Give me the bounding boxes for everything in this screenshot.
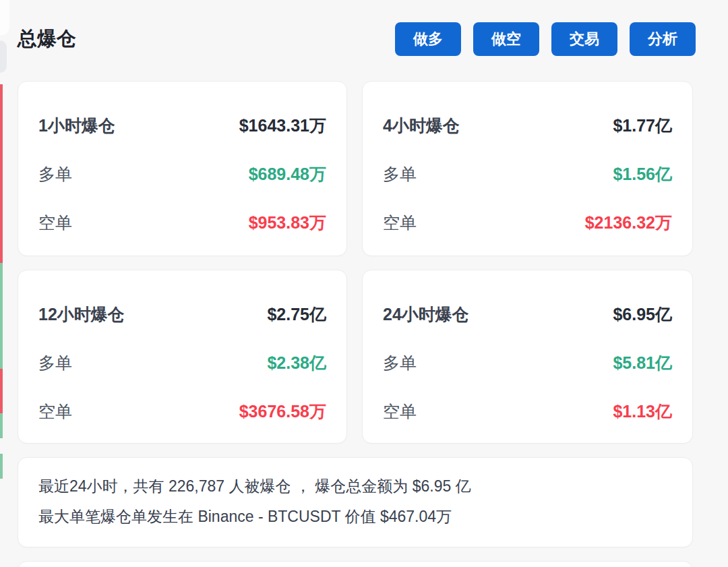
short-value: $953.83万 — [249, 212, 326, 234]
short-value: $2136.32万 — [585, 212, 672, 234]
short-label: 空单 — [383, 400, 417, 423]
long-value: $2.38亿 — [267, 352, 326, 374]
trade-button[interactable]: 交易 — [551, 22, 617, 56]
long-label: 多单 — [38, 163, 72, 185]
feed-row-edge — [0, 84, 3, 263]
short-label: 空单 — [38, 400, 72, 423]
feed-row-edge — [0, 263, 3, 369]
total-value: $1643.31万 — [239, 115, 326, 137]
summary-line-1: 最近24小时，共有 226,787 人被爆仓 ， 爆仓总金额为 $6.95 亿 — [38, 471, 672, 502]
short-label: 空单 — [38, 212, 72, 234]
page-header: 总爆仓 做多 做空 交易 分析 — [18, 22, 696, 56]
summary-card: 最近24小时，共有 226,787 人被爆仓 ， 爆仓总金额为 $6.95 亿 … — [18, 457, 693, 547]
long-value: $689.48万 — [249, 163, 326, 185]
feed-row-edge — [0, 369, 3, 413]
card-title: 4小时爆仓 — [383, 115, 460, 137]
long-label: 多单 — [383, 352, 417, 374]
long-label: 多单 — [38, 352, 72, 374]
short-value: $3676.58万 — [239, 400, 326, 423]
short-value: $1.13亿 — [613, 400, 672, 423]
action-buttons: 做多 做空 交易 分析 — [395, 22, 696, 56]
long-button[interactable]: 做多 — [395, 22, 461, 56]
adjacent-panel-corner — [0, 0, 9, 35]
long-label: 多单 — [383, 163, 417, 185]
short-label: 空单 — [383, 212, 417, 234]
card-title: 1小时爆仓 — [38, 115, 115, 137]
next-card-partial — [18, 561, 693, 567]
long-value: $1.56亿 — [613, 163, 672, 185]
total-value: $2.75亿 — [267, 303, 326, 326]
summary-line-2: 最大单笔爆仓单发生在 Binance - BTCUSDT 价值 $467.04万 — [38, 502, 672, 532]
liquidation-card-1h: 1小时爆仓 $1643.31万 多单 $689.48万 空单 $953.83万 — [18, 81, 347, 256]
analyze-button[interactable]: 分析 — [630, 22, 696, 56]
feed-row-edge — [0, 454, 3, 479]
card-title: 24小时爆仓 — [383, 303, 469, 326]
long-value: $5.81亿 — [613, 352, 672, 374]
liquidation-card-4h: 4小时爆仓 $1.77亿 多单 $1.56亿 空单 $2136.32万 — [362, 81, 693, 256]
adjacent-panel-pill — [0, 40, 7, 73]
liquidation-cards-grid: 1小时爆仓 $1643.31万 多单 $689.48万 空单 $953.83万 … — [18, 81, 693, 444]
liquidation-card-24h: 24小时爆仓 $6.95亿 多单 $5.81亿 空单 $1.13亿 — [362, 270, 693, 444]
liquidation-card-12h: 12小时爆仓 $2.75亿 多单 $2.38亿 空单 $3676.58万 — [18, 270, 347, 444]
total-value: $1.77亿 — [613, 115, 672, 137]
feed-row-edge — [0, 413, 3, 438]
short-button[interactable]: 做空 — [473, 22, 539, 56]
page-title: 总爆仓 — [18, 26, 76, 53]
card-title: 12小时爆仓 — [38, 303, 125, 326]
total-value: $6.95亿 — [613, 303, 672, 326]
